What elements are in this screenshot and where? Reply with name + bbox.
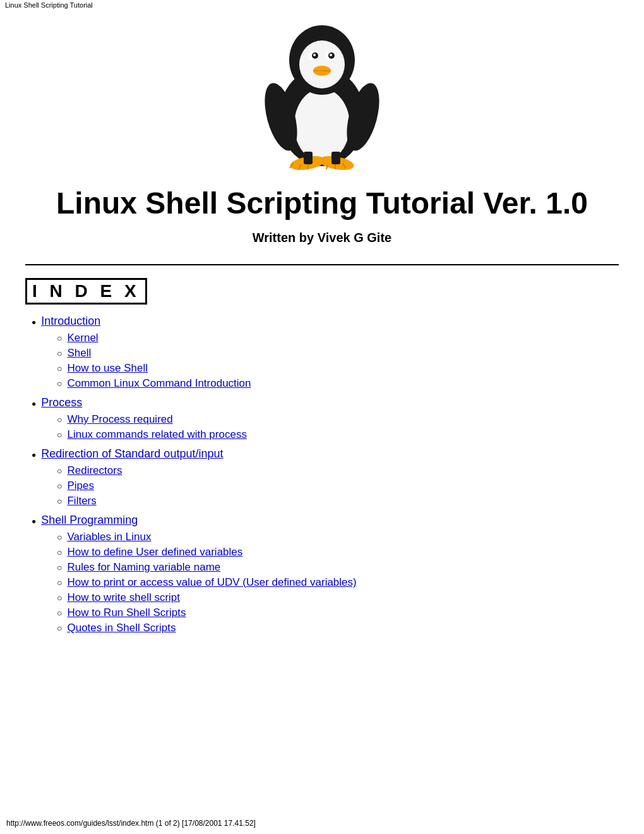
svg-point-8 — [313, 54, 316, 56]
nav-sub-link-0-3[interactable]: Common Linux Command Introduction — [67, 377, 251, 389]
nav-sub-link-3-1[interactable]: How to define User defined variables — [67, 546, 242, 558]
nav-sub-link-3-5[interactable]: How to Run Shell Scripts — [67, 607, 186, 619]
nav-sub-link-3-6[interactable]: Quotes in Shell Scripts — [67, 622, 176, 634]
svg-point-1 — [294, 88, 350, 162]
svg-rect-23 — [331, 152, 340, 164]
nav-top-link-3[interactable]: Shell Programming — [41, 514, 138, 526]
nav-sub-item-2-1: Pipes — [57, 480, 619, 492]
svg-point-9 — [330, 54, 332, 56]
nav-sub-item-3-4: How to write shell script — [57, 591, 619, 604]
nav-top-item-1: ProcessWhy Process requiredLinux command… — [32, 396, 619, 441]
nav-sub-link-2-0[interactable]: Redirectors — [67, 464, 122, 476]
nav-sub-item-2-0: Redirectors — [57, 464, 619, 477]
nav-sub-list-1: Why Process requiredLinux commands relat… — [32, 413, 619, 441]
nav-list: IntroductionKernelShellHow to use ShellC… — [25, 315, 619, 634]
nav-sub-list-3: Variables in LinuxHow to define User def… — [32, 531, 619, 634]
index-heading: I N D E X — [25, 278, 619, 305]
nav-top-item-3: Shell ProgrammingVariables in LinuxHow t… — [32, 514, 619, 634]
nav-sub-link-3-0[interactable]: Variables in Linux — [67, 531, 151, 543]
logo-container — [25, 19, 619, 173]
nav-sub-link-0-1[interactable]: Shell — [67, 347, 91, 359]
nav-sub-item-3-5: How to Run Shell Scripts — [57, 607, 619, 619]
nav-top-link-0[interactable]: Introduction — [41, 315, 100, 327]
nav-sub-item-3-3: How to print or access value of UDV (Use… — [57, 576, 619, 589]
nav-sub-item-2-2: Filters — [57, 495, 619, 507]
nav-sub-item-0-3: Common Linux Command Introduction — [57, 377, 619, 390]
browser-tab: Linux Shell Scripting Tutorial — [0, 0, 98, 10]
nav-sub-item-0-0: Kernel — [57, 332, 619, 344]
nav-sub-item-3-1: How to define User defined variables — [57, 546, 619, 559]
nav-top-link-1[interactable]: Process — [41, 396, 82, 409]
nav-sub-link-3-4[interactable]: How to write shell script — [67, 591, 180, 603]
nav-sub-link-2-1[interactable]: Pipes — [67, 480, 94, 492]
nav-sub-item-1-1: Linux commands related with process — [57, 428, 619, 441]
svg-rect-22 — [304, 152, 313, 164]
page-title: Linux Shell Scripting Tutorial Ver. 1.0 — [25, 186, 619, 221]
nav-top-item-0: IntroductionKernelShellHow to use ShellC… — [32, 315, 619, 390]
divider — [25, 264, 619, 265]
nav-sub-link-0-0[interactable]: Kernel — [67, 332, 98, 344]
nav-sub-list-0: KernelShellHow to use ShellCommon Linux … — [32, 332, 619, 390]
nav-sub-item-0-2: How to use Shell — [57, 362, 619, 375]
author-line: Written by Vivek G Gite — [25, 231, 619, 245]
nav-sub-item-3-6: Quotes in Shell Scripts — [57, 622, 619, 634]
tux-logo — [262, 19, 382, 171]
nav-sub-item-3-2: Rules for Naming variable name — [57, 561, 619, 574]
nav-sub-link-2-2[interactable]: Filters — [67, 495, 96, 507]
nav-top-link-2[interactable]: Redirection of Standard output/input — [41, 447, 223, 460]
nav-sub-item-0-1: Shell — [57, 347, 619, 360]
nav-sub-link-3-3[interactable]: How to print or access value of UDV (Use… — [67, 576, 356, 588]
nav-sub-item-3-0: Variables in Linux — [57, 531, 619, 543]
nav-top-item-2: Redirection of Standard output/inputRedi… — [32, 447, 619, 507]
nav-sub-link-3-2[interactable]: Rules for Naming variable name — [67, 561, 220, 573]
nav-sub-item-1-0: Why Process required — [57, 413, 619, 426]
nav-sub-list-2: RedirectorsPipesFilters — [32, 464, 619, 507]
nav-sub-link-0-2[interactable]: How to use Shell — [67, 362, 148, 374]
svg-point-3 — [299, 40, 345, 88]
status-bar: http://www.freeos.com/guides/lsst/index.… — [6, 819, 256, 828]
nav-sub-link-1-0[interactable]: Why Process required — [67, 413, 172, 425]
nav-sub-link-1-1[interactable]: Linux commands related with process — [67, 428, 246, 440]
